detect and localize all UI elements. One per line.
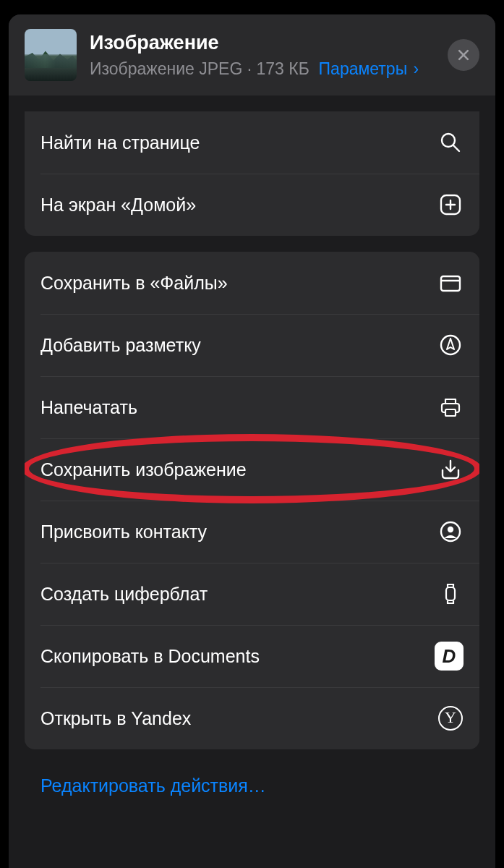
action-group-1: Найти на странице На экран «Домой»: [25, 111, 479, 236]
image-thumbnail: [25, 29, 77, 81]
svg-rect-5: [445, 409, 456, 416]
action-label: Присвоить контакту: [40, 522, 437, 542]
svg-point-7: [448, 527, 453, 532]
search-icon: [437, 129, 464, 156]
watch-icon: [437, 581, 464, 607]
svg-rect-8: [446, 587, 455, 600]
documents-app-icon: D: [435, 642, 464, 671]
actions-scroll[interactable]: Найти на странице На экран «Домой»: [9, 95, 495, 868]
sheet-header: Изображение Изображение JPEG · 173 КБ Па…: [9, 14, 495, 95]
yandex-app-icon: Y: [437, 705, 464, 731]
download-icon: [437, 456, 464, 482]
action-label: На экран «Домой»: [40, 195, 437, 216]
markup-icon: [437, 332, 464, 358]
header-file-type: Изображение JPEG: [90, 59, 242, 78]
printer-icon: [437, 394, 464, 420]
action-label: Создать циферблат: [40, 584, 437, 605]
folder-icon: [437, 270, 464, 296]
action-add-to-home-screen[interactable]: На экран «Домой»: [25, 174, 479, 236]
action-label: Открыть в Yandex: [40, 708, 437, 729]
action-open-in-yandex[interactable]: Открыть в Yandex Y: [25, 687, 479, 749]
action-label: Скопировать в Documents: [40, 646, 435, 667]
header-file-size: 173 КБ: [257, 59, 309, 78]
header-text: Изображение Изображение JPEG · 173 КБ Па…: [90, 31, 439, 78]
person-circle-icon: [437, 519, 464, 545]
chevron-right-icon: ›: [414, 59, 419, 79]
action-label: Напечатать: [40, 397, 437, 418]
close-icon: [456, 48, 471, 62]
svg-rect-2: [441, 276, 460, 291]
action-label: Найти на странице: [40, 132, 437, 153]
close-button[interactable]: [448, 39, 479, 71]
action-label: Добавить разметку: [40, 335, 437, 356]
action-assign-to-contact[interactable]: Присвоить контакту: [25, 501, 479, 563]
action-markup[interactable]: Добавить разметку: [25, 314, 479, 376]
action-label: Сохранить в «Файлы»: [40, 273, 437, 294]
action-print[interactable]: Напечатать: [25, 376, 479, 438]
header-subtitle: Изображение JPEG · 173 КБ Параметры ›: [90, 59, 439, 79]
header-title: Изображение: [90, 31, 439, 54]
share-sheet: Изображение Изображение JPEG · 173 КБ Па…: [9, 14, 495, 868]
plus-square-icon: [437, 192, 464, 218]
action-save-to-files[interactable]: Сохранить в «Файлы»: [25, 252, 479, 314]
action-save-image[interactable]: Сохранить изображение: [25, 438, 479, 501]
action-label: Сохранить изображение: [40, 459, 437, 480]
action-create-watch-face[interactable]: Создать циферблат: [25, 563, 479, 625]
options-link[interactable]: Параметры ›: [319, 59, 419, 78]
action-group-2: Сохранить в «Файлы» Добавить разметку На…: [25, 252, 479, 749]
edit-actions-link[interactable]: Редактировать действия…: [25, 765, 479, 825]
action-copy-to-documents[interactable]: Скопировать в Documents D: [25, 625, 479, 687]
action-find-on-page[interactable]: Найти на странице: [25, 111, 479, 174]
